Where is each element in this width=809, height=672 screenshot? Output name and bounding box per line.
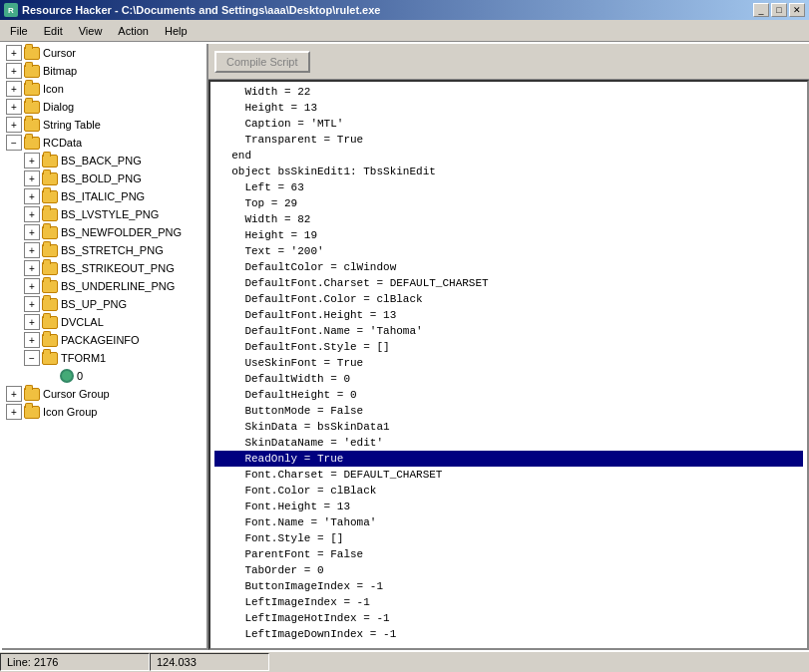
- code-line: ReadOnly = True: [214, 451, 803, 467]
- tree-expander[interactable]: [24, 242, 40, 258]
- tree-item-bs-strikeout-png[interactable]: BS_STRIKEOUT_PNG: [2, 259, 206, 277]
- compile-script-button[interactable]: Compile Script: [214, 51, 310, 73]
- tree-item-rcdata[interactable]: RCData: [2, 134, 206, 152]
- tree-expander[interactable]: [6, 45, 22, 61]
- tree-item-bs-newfolder-png[interactable]: BS_NEWFOLDER_PNG: [2, 223, 206, 241]
- code-line: DefaultHeight = 0: [214, 387, 803, 403]
- minimize-button[interactable]: _: [753, 3, 769, 17]
- maximize-button[interactable]: □: [771, 3, 787, 17]
- code-line: Font.Height = 13: [214, 499, 803, 514]
- tree-expander[interactable]: [6, 386, 22, 402]
- tree-item-label: BS_ITALIC_PNG: [61, 190, 145, 202]
- folder-icon: [42, 262, 58, 275]
- tree-item-bs-up-png[interactable]: BS_UP_PNG: [2, 295, 206, 313]
- tree-item-label: Cursor Group: [43, 388, 110, 400]
- tree-item-icon-group[interactable]: Icon Group: [2, 403, 206, 421]
- code-line: Font.Charset = DEFAULT_CHARSET: [214, 467, 803, 483]
- tree-item-bitmap[interactable]: Bitmap: [2, 62, 206, 80]
- tree-item-tform1[interactable]: TFORM1: [2, 349, 206, 367]
- menu-item-action[interactable]: Action: [110, 20, 157, 41]
- tree-item-bs-stretch-png[interactable]: BS_STRETCH_PNG: [2, 241, 206, 259]
- tree-item-bs-bold-png[interactable]: BS_BOLD_PNG: [2, 169, 206, 187]
- tree-expander[interactable]: [24, 314, 40, 330]
- tree-expander[interactable]: [6, 81, 22, 97]
- code-line: DefaultWidth = 0: [214, 371, 803, 387]
- tree-expander[interactable]: [24, 332, 40, 348]
- menu-item-edit[interactable]: Edit: [36, 20, 71, 41]
- code-line: ButtonImageIndex = -1: [214, 578, 803, 594]
- tree-item-label: Dialog: [43, 101, 74, 113]
- code-line: Left = 63: [214, 179, 803, 195]
- right-panel: Compile Script Width = 22 Height = 13 Ca…: [208, 44, 809, 650]
- tree-expander[interactable]: [6, 63, 22, 79]
- code-line: object bsSkinEdit1: TbsSkinEdit: [214, 164, 803, 179]
- tree-item-bs-italic-png[interactable]: BS_ITALIC_PNG: [2, 187, 206, 205]
- tree-item-icon[interactable]: Icon: [2, 80, 206, 98]
- folder-icon: [42, 244, 58, 257]
- tree-item-label: Icon: [43, 83, 64, 95]
- folder-icon: [24, 101, 40, 114]
- menu-item-view[interactable]: View: [71, 20, 111, 41]
- tree-expander[interactable]: [24, 170, 40, 186]
- app-icon: R: [4, 3, 18, 17]
- tree-expander[interactable]: [24, 206, 40, 222]
- code-line: DefaultFont.Height = 13: [214, 307, 803, 323]
- tree-item-label: RCData: [43, 137, 82, 149]
- code-line: Font.Style = []: [214, 530, 803, 546]
- tree-item-bs-back-png[interactable]: BS_BACK_PNG: [2, 152, 206, 169]
- folder-icon: [24, 406, 40, 419]
- status-line: Line: 2176: [0, 653, 150, 671]
- tree-item-cursor[interactable]: Cursor: [2, 44, 206, 62]
- tree-expander[interactable]: [24, 350, 40, 366]
- svg-text:R: R: [8, 6, 14, 15]
- tree-expander[interactable]: [6, 117, 22, 133]
- tree-expander[interactable]: [24, 260, 40, 276]
- tree-item-bs-underline-png[interactable]: BS_UNDERLINE_PNG: [2, 277, 206, 295]
- code-line: DefaultFont.Charset = DEFAULT_CHARSET: [214, 275, 803, 291]
- title-controls: _ □ ✕: [753, 3, 805, 17]
- tree-item-label: TFORM1: [61, 352, 106, 364]
- tree-item-label: BS_UP_PNG: [61, 298, 127, 310]
- tree-expander[interactable]: [24, 188, 40, 204]
- code-line: Transparent = True: [214, 132, 803, 148]
- code-line: LeftImageIndex = -1: [214, 594, 803, 610]
- tree-panel[interactable]: CursorBitmapIconDialogString TableRCData…: [2, 44, 208, 650]
- tree-expander[interactable]: [6, 404, 22, 420]
- tree-item-label: BS_STRETCH_PNG: [61, 244, 164, 256]
- code-line: UseSkinFont = True: [214, 355, 803, 371]
- code-line: DefaultColor = clWindow: [214, 259, 803, 275]
- folder-icon: [42, 280, 58, 293]
- tree-item-string-table[interactable]: String Table: [2, 116, 206, 134]
- tree-expander[interactable]: [24, 296, 40, 312]
- tree-item-dvclal[interactable]: DVCLAL: [2, 313, 206, 331]
- folder-icon: [42, 190, 58, 203]
- main-layout: CursorBitmapIconDialogString TableRCData…: [0, 42, 809, 650]
- tree-item-label: Icon Group: [43, 406, 97, 418]
- code-editor[interactable]: Width = 22 Height = 13 Caption = 'MTL' T…: [208, 80, 809, 650]
- tree-expander[interactable]: [24, 153, 40, 168]
- close-button[interactable]: ✕: [789, 3, 805, 17]
- tree-item-bs-lvstyle-png[interactable]: BS_LVSTYLE_PNG: [2, 205, 206, 223]
- code-line: Width = 82: [214, 211, 803, 227]
- title-text: Resource Hacker - C:\Documents and Setti…: [22, 4, 380, 16]
- menu-item-help[interactable]: Help: [157, 20, 196, 41]
- code-line: SkinData = bsSkinData1: [214, 419, 803, 435]
- code-line: ParentFont = False: [214, 546, 803, 562]
- menu-item-file[interactable]: File: [2, 20, 36, 41]
- tree-item-label: Bitmap: [43, 65, 77, 77]
- tree-expander[interactable]: [6, 135, 22, 151]
- code-line: Font.Name = 'Tahoma': [214, 514, 803, 530]
- tree-item-tform1-0[interactable]: 0: [2, 367, 206, 385]
- folder-icon: [24, 119, 40, 132]
- tree-item-cursor-group[interactable]: Cursor Group: [2, 385, 206, 403]
- tree-expander[interactable]: [6, 99, 22, 115]
- tree-item-label: 0: [77, 370, 83, 382]
- tree-item-packageinfo[interactable]: PACKAGEINFO: [2, 331, 206, 349]
- folder-icon: [24, 388, 40, 401]
- tree-expander[interactable]: [24, 224, 40, 240]
- tree-expander[interactable]: [24, 278, 40, 294]
- tree-item-dialog[interactable]: Dialog: [2, 98, 206, 116]
- folder-icon: [42, 155, 58, 168]
- code-line: DefaultFont.Style = []: [214, 339, 803, 355]
- folder-icon: [24, 47, 40, 60]
